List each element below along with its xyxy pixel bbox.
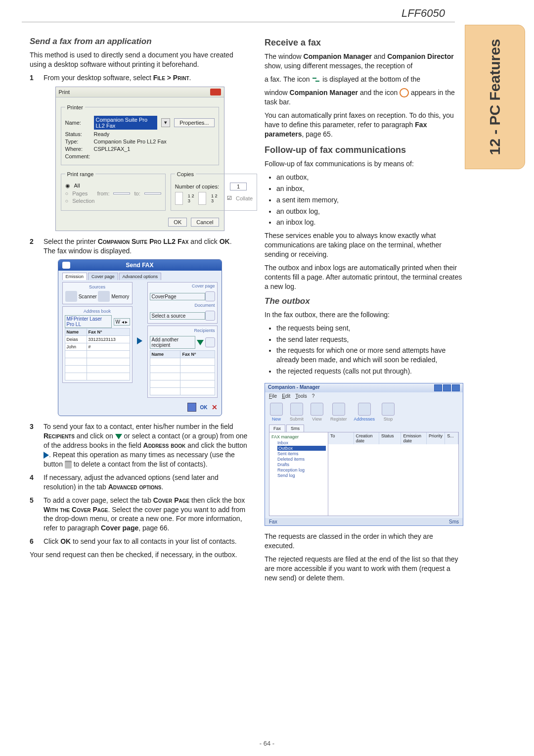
outbox-para-2: The rejected requests are filed at the e…: [265, 555, 462, 583]
collate-icon: [198, 192, 206, 205]
folder-tree: FAX manager Inbox Outbox Sent items Dele…: [269, 432, 328, 516]
heading-send-from-app: Send a fax from an application: [30, 37, 250, 47]
print-dialog-titlebar: Print: [56, 87, 224, 97]
memory-icon[interactable]: [98, 291, 110, 302]
tree-deleted[interactable]: Deleted items: [277, 457, 326, 462]
page-icon[interactable]: [205, 311, 215, 321]
fax-app-icon: [62, 262, 70, 269]
ok-button[interactable]: OK: [168, 218, 187, 227]
submit-icon: [290, 403, 303, 416]
tab-emission[interactable]: Emission: [62, 273, 88, 280]
scanner-icon[interactable]: [65, 291, 77, 302]
receive-para-1: The window Companion Manager and Compani…: [265, 52, 462, 71]
send-fax-screenshot: Send FAX Emission Cover page Advanced op…: [58, 259, 222, 416]
companion-manager-screenshot: Companion - Manager File Edit Tools ? Ne…: [265, 383, 463, 526]
list-item: an outbox log,: [276, 207, 462, 216]
header-rule: [22, 22, 455, 22]
list-item: an inbox log.: [276, 218, 462, 227]
followup-intro: Follow-up of fax communications is by me…: [265, 159, 462, 169]
copies-input[interactable]: 1: [230, 183, 247, 190]
tab-fax[interactable]: Fax: [269, 425, 285, 432]
maximize-icon[interactable]: [443, 384, 451, 391]
outbox-check-paragraph: Your send request can then be checked, i…: [30, 550, 250, 560]
cover-page-section: Cover page CoverPage Document Select a s…: [147, 282, 218, 324]
arrow-down-icon[interactable]: [197, 340, 204, 345]
address-book-nav[interactable]: W ◂ ▸: [114, 318, 130, 326]
menu-help[interactable]: ?: [312, 393, 315, 399]
table-row[interactable]: John#: [65, 343, 130, 351]
print-range-fieldset: Print range ◉ All ○ Pages from: to: ○ Se…: [61, 171, 166, 211]
toolbar: New Submit View Register Addresses Stop: [265, 400, 463, 425]
trash-icon[interactable]: [205, 337, 215, 347]
tab-advanced[interactable]: Advanced options: [119, 273, 162, 280]
arrow-right-icon: [44, 452, 49, 459]
add-recipient-input[interactable]: Add another recipient: [150, 336, 195, 349]
steps-list: 1 From your desktop software, select Fil…: [30, 73, 250, 83]
radio-all[interactable]: ◉: [65, 183, 70, 189]
model-number: LFF6050: [401, 7, 445, 20]
tree-outbox[interactable]: Outbox: [277, 446, 326, 451]
heading-followup: Follow-up of fax communications: [265, 145, 462, 155]
outbox-intro: In the fax outbox, there are the followi…: [265, 310, 462, 320]
toolbar-submit[interactable]: Submit: [290, 403, 304, 422]
printer-name-select[interactable]: Companion Suite Pro LL2 Fax: [94, 116, 158, 130]
menu-file[interactable]: File: [269, 393, 277, 399]
heading-outbox: The outbox: [265, 296, 462, 306]
toolbar-view[interactable]: View: [311, 403, 323, 422]
followup-list: an outbox, an inbox, a sent item memory,…: [265, 173, 462, 227]
status-sms: Sms: [449, 519, 459, 524]
arrow-right-icon: [137, 337, 142, 344]
list-item: an inbox,: [276, 184, 462, 193]
step-2: 2 Select the printer Companion Suite Pro…: [30, 237, 250, 256]
collate-icon: [175, 192, 183, 205]
print-dialog-title: Print: [59, 89, 70, 95]
fax-exchange-icon: [312, 76, 320, 83]
addresses-icon: [358, 403, 371, 416]
page-icon[interactable]: [205, 291, 215, 301]
tree-drafts[interactable]: Drafts: [277, 462, 326, 467]
toolbar-addresses[interactable]: Addresses: [354, 403, 375, 422]
address-book-select[interactable]: MFPrinter Laser Pro LL: [65, 315, 112, 328]
radio-selection[interactable]: ○: [65, 198, 69, 204]
menu-bar: File Edit Tools ?: [265, 392, 463, 400]
tree-inbox[interactable]: Inbox: [277, 440, 326, 445]
close-icon[interactable]: [452, 384, 460, 391]
receive-para-3: window Companion Manager and the icon ap…: [265, 88, 462, 107]
step-1-text: From your desktop software, select File …: [44, 73, 191, 83]
dropdown-icon[interactable]: ▾: [161, 118, 170, 127]
tree-sent[interactable]: Sent items: [277, 451, 326, 456]
chapter-tab-label: 12 - PC Features: [487, 39, 503, 155]
sync-circle-icon: [400, 88, 409, 97]
step-4: 4 If necessary, adjust the advanced opti…: [30, 473, 250, 492]
save-icon[interactable]: [187, 403, 196, 412]
close-icon[interactable]: [210, 89, 221, 95]
address-book-section: Address book MFPrinter Laser Pro LL W ◂ …: [62, 306, 133, 383]
toolbar-new[interactable]: New: [270, 403, 283, 422]
fax-titlebar: Send FAX: [58, 260, 222, 271]
menu-tools[interactable]: Tools: [295, 393, 307, 399]
intro-paragraph: This method is used to directly send a d…: [30, 50, 250, 69]
menu-edit[interactable]: Edit: [282, 393, 290, 399]
add-recipient-arrow[interactable]: [135, 282, 144, 400]
page-number: - 64 -: [0, 740, 534, 747]
cancel-button[interactable]: Cancel: [191, 218, 219, 227]
receive-para-2: a fax. The icon is displayed at the bott…: [265, 75, 462, 84]
tree-send-log[interactable]: Send log: [277, 473, 326, 478]
tab-cover-page[interactable]: Cover page: [88, 273, 118, 280]
list-item: a sent item memory,: [276, 195, 462, 205]
collate-checkbox[interactable]: ☑: [227, 195, 232, 201]
properties-button[interactable]: Properties...: [174, 118, 214, 127]
toolbar-stop[interactable]: Stop: [382, 403, 395, 422]
ok-button[interactable]: OK: [200, 405, 208, 410]
table-row[interactable]: Deias33123123113: [65, 336, 130, 343]
copies-fieldset: Copies Number of copies: 1 1 2 3 1 2 3 ☑…: [171, 171, 258, 211]
minimize-icon[interactable]: [434, 384, 442, 391]
radio-pages[interactable]: ○: [65, 190, 69, 196]
tab-sms[interactable]: Sms: [286, 425, 304, 432]
manual-page: LFF6050 12 - PC Features Send a fax from…: [0, 0, 534, 756]
trash-icon: [65, 461, 72, 469]
tree-reception-log[interactable]: Reception log: [277, 468, 326, 472]
toolbar-register[interactable]: Register: [330, 403, 347, 422]
close-icon[interactable]: ✕: [212, 403, 218, 411]
outbox-list: the requests being sent, the send later …: [265, 324, 462, 376]
